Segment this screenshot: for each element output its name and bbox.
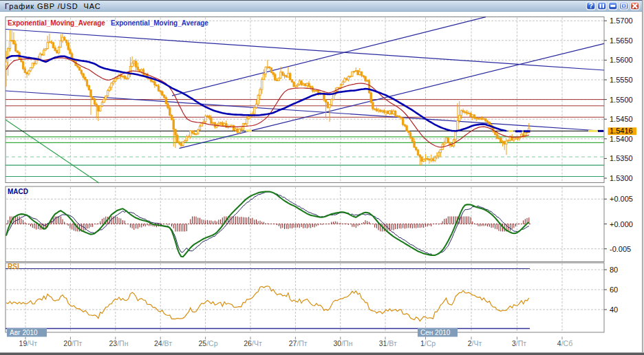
svg-text:25/Ср: 25/Ср	[198, 339, 217, 347]
svg-text:31/Вт: 31/Вт	[379, 339, 397, 347]
svg-text:?: ?	[589, 2, 593, 10]
svg-text:3/Пт: 3/Пт	[512, 339, 526, 347]
svg-text:Сен 2010: Сен 2010	[420, 329, 451, 336]
svg-text:-0.005: -0.005	[610, 245, 631, 253]
svg-text:27/Пт: 27/Пт	[289, 339, 308, 347]
svg-text:Exponential_Moving_Average: Exponential_Moving_Average	[111, 19, 208, 27]
svg-text:80: 80	[610, 266, 618, 274]
svg-text:1.5450: 1.5450	[610, 115, 633, 123]
svg-text:Авг 2010: Авг 2010	[10, 329, 38, 336]
svg-text:2/Чт: 2/Чт	[468, 339, 482, 347]
svg-text:4/Сб: 4/Сб	[557, 339, 572, 347]
svg-text:30/Пн: 30/Пн	[334, 339, 353, 347]
svg-text:MACD: MACD	[8, 188, 28, 195]
svg-text:1.5300: 1.5300	[610, 174, 633, 182]
svg-text:1.5400: 1.5400	[610, 135, 633, 143]
svg-text:1.5500: 1.5500	[610, 96, 633, 104]
svg-text:1/Ср: 1/Ср	[420, 339, 436, 347]
svg-text:1.5416: 1.5416	[610, 127, 633, 135]
svg-text:1.5350: 1.5350	[610, 154, 633, 162]
svg-text:23/Пн: 23/Пн	[109, 339, 129, 347]
svg-text:1.5650: 1.5650	[610, 36, 633, 45]
svg-text:19/Чт: 19/Чт	[19, 339, 38, 347]
svg-text:20/Пт: 20/Пт	[63, 339, 82, 347]
svg-text:40: 40	[610, 305, 618, 314]
svg-text:Exponential_Moving_Average: Exponential_Moving_Average	[8, 19, 105, 27]
svg-text:+0.005: +0.005	[610, 195, 633, 203]
svg-text:1.5600: 1.5600	[610, 56, 633, 64]
svg-text:26/Чт: 26/Чт	[244, 339, 262, 347]
svg-text:+0.000: +0.000	[610, 220, 633, 228]
svg-text:RSI: RSI	[8, 263, 19, 270]
svg-text:24/Вт: 24/Вт	[154, 339, 172, 347]
svg-text:1.5550: 1.5550	[610, 76, 633, 84]
svg-text:1.5700: 1.5700	[610, 17, 633, 25]
svg-text:60: 60	[610, 286, 618, 294]
